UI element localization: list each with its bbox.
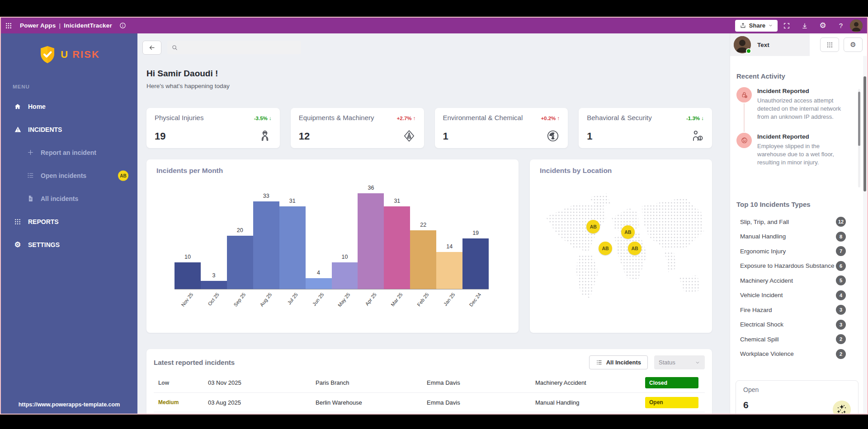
radiation-icon: [546, 129, 560, 143]
info-icon[interactable]: [119, 22, 126, 29]
panel-grid-button[interactable]: [820, 37, 839, 52]
activity-title: Incident Reported: [757, 88, 846, 94]
page-scrollbar[interactable]: [863, 56, 867, 414]
top-types-section: Top 10 Incidents Types Slip, Trip, and F…: [736, 201, 858, 361]
table-row[interactable]: Medium03 Aug 2025Berlin WarehouseEmma Da…: [154, 392, 705, 412]
user-avatar[interactable]: [850, 19, 863, 32]
profile-avatar[interactable]: [734, 36, 751, 53]
bar-value-label: 4: [317, 270, 320, 276]
sidebar-item-open-incidents[interactable]: Open incidentsAB: [1, 164, 137, 187]
incident-type-row[interactable]: Manual Handling8: [736, 229, 858, 244]
bar-value-label: 22: [420, 222, 426, 228]
table-row[interactable]: High04 Dec 2025Berlin WarehouseEmma Davi…: [154, 412, 705, 414]
bar-mar-25[interactable]: 31Mar 25: [384, 193, 410, 289]
app-window: Power Apps|InicidentTracker Share ⚙ ?: [0, 17, 868, 415]
map-marker[interactable]: AB: [628, 242, 642, 255]
kpi-delta: -1.3% ↓: [686, 116, 704, 121]
incident-type-row[interactable]: Electrical Shock3: [736, 317, 858, 332]
x-axis-tick: Jun 25: [311, 292, 325, 307]
bar-dec-24[interactable]: 19Dec 24: [462, 193, 489, 289]
bar-value-label: 33: [263, 193, 269, 199]
type-count-badge: 3: [836, 305, 846, 315]
incident-type-row[interactable]: Slip, Trip, and Fall12: [736, 214, 858, 229]
sidebar-item-report-an-incident[interactable]: Report an incident: [1, 141, 137, 164]
map-marker[interactable]: AB: [586, 220, 600, 233]
bar-apr-25[interactable]: 36Apr 25: [358, 193, 384, 289]
settings-gear-icon[interactable]: ⚙: [814, 18, 832, 33]
latest-incidents-card: Latest reported incidents All Incidents …: [146, 349, 712, 414]
activity-scrollbar[interactable]: [858, 89, 860, 187]
search-input[interactable]: [167, 41, 301, 54]
severity-cell: Low: [154, 380, 208, 386]
map-title: Incidents by Location: [540, 167, 612, 175]
status-badge: Open: [645, 397, 698, 408]
incident-type-row[interactable]: Ergonomic Injury7: [736, 244, 858, 259]
fit-screen-icon[interactable]: [778, 18, 796, 33]
profile-label: Text: [757, 42, 769, 48]
all-incidents-button[interactable]: All Incidents: [589, 355, 648, 369]
app-title: Power Apps|InicidentTracker: [20, 22, 112, 29]
activity-item[interactable]: Incident ReportedEmployee slipped in the…: [736, 133, 858, 167]
bar-value-label: 31: [289, 198, 296, 204]
reporter-cell: Emma Davis: [427, 399, 535, 406]
type-count-badge: 8: [836, 232, 846, 242]
bar-feb-25[interactable]: 22Feb 25: [410, 193, 436, 289]
bar-sep-25[interactable]: 20Sep 25: [227, 193, 253, 289]
incident-type-row[interactable]: Exposure to Hazardous Substance6: [736, 259, 858, 274]
activity-item[interactable]: Incident ReportedUnauthorized access att…: [736, 87, 858, 121]
kpi-title: Physical Injuries: [155, 114, 203, 121]
type-count-badge: 6: [836, 261, 846, 271]
x-axis-tick: Dec 24: [468, 292, 482, 308]
bar-nov-25[interactable]: 10Nov 25: [175, 193, 201, 289]
back-button[interactable]: [142, 41, 161, 55]
dotted-map-graphic: [534, 183, 708, 328]
bar-oct-25[interactable]: 3Oct 25: [201, 193, 227, 289]
incident-type-row[interactable]: Chemical Spill2: [736, 332, 858, 347]
top-bar: Power Apps|InicidentTracker Share ⚙ ?: [1, 18, 867, 33]
table-row[interactable]: Low03 Nov 2025Paris BranchEmma DavisMach…: [154, 373, 705, 392]
download-icon[interactable]: [796, 18, 814, 33]
map-marker[interactable]: AB: [599, 242, 612, 255]
activity-title: Incident Reported: [757, 133, 846, 140]
x-axis-tick: Jul 25: [286, 292, 299, 306]
help-icon[interactable]: ?: [832, 18, 850, 33]
sidebar-item-settings[interactable]: ⚙SETTINGS: [1, 233, 137, 256]
sidebar-item-reports[interactable]: REPORTS: [1, 210, 137, 233]
kpi-card-physical-injuries: Physical Injuries-3.5% ↓19: [146, 108, 280, 148]
bar-value-label: 19: [472, 230, 479, 236]
panel-gear-button[interactable]: ⚙: [844, 37, 863, 52]
share-button[interactable]: Share: [735, 20, 778, 32]
bar-value-label: 31: [394, 198, 400, 204]
type-label: Exposure to Hazardous Substance: [740, 262, 835, 269]
bar-aug-25[interactable]: 33Aug 25: [253, 193, 279, 289]
list-icon: [596, 359, 603, 366]
bar-jan-25[interactable]: 14Jan 25: [436, 193, 462, 289]
bar-may-25[interactable]: 10May 25: [332, 193, 358, 289]
chevron-down-icon: [695, 360, 700, 365]
lock-breach-icon: [736, 87, 752, 103]
incident-type-row[interactable]: Workplace Violence2: [736, 347, 858, 362]
bar-jul-25[interactable]: 31Jul 25: [279, 193, 306, 289]
activity-description: Unauthorized access attempt detected on …: [757, 97, 846, 121]
share-label: Share: [749, 22, 765, 29]
sidebar-item-home[interactable]: Home: [1, 95, 137, 118]
x-axis-tick: Aug 25: [259, 292, 273, 308]
sidebar-item-incidents[interactable]: INCIDENTS: [1, 118, 137, 141]
bar-jun-25[interactable]: 4Jun 25: [306, 193, 332, 289]
location-cell: Paris Branch: [316, 379, 427, 386]
sidebar-item-all-incidents[interactable]: All incidents: [1, 187, 137, 210]
sidebar-item-label: All incidents: [41, 195, 78, 202]
brand-name: U RISK: [61, 49, 100, 61]
waffle-icon[interactable]: [1, 18, 16, 33]
cone-icon: [402, 129, 416, 143]
incident-type-row[interactable]: Vehicle Incident4: [736, 288, 858, 303]
incident-type-row[interactable]: Fire Hazard3: [736, 303, 858, 317]
home-icon: [14, 103, 22, 110]
open-card-label: Open: [743, 386, 851, 393]
sidebar-nav: HomeINCIDENTSReport an incidentOpen inci…: [1, 95, 137, 256]
page-subtitle: Here's what's happening today: [146, 83, 230, 89]
incident-type-row[interactable]: Machinery Accident5: [736, 273, 858, 288]
status-filter-dropdown[interactable]: Status: [654, 355, 705, 369]
date-cell: 03 Nov 2025: [208, 379, 316, 386]
severity-cell: Medium: [154, 399, 208, 406]
